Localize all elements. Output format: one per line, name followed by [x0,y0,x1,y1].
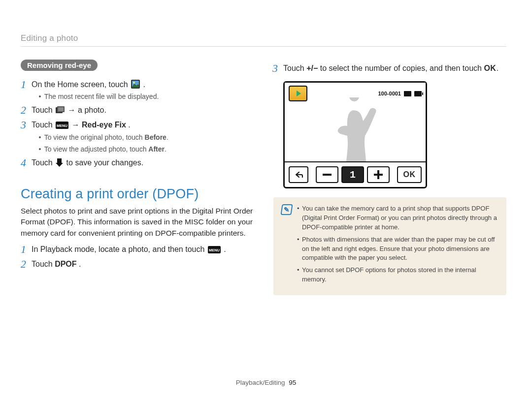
camera-preview: 100-0001 [285,83,426,161]
step-number: 1 [21,79,32,91]
step-1: 1 On the Home screen, touch . [21,79,255,91]
note-list: You can take the memory card to a print … [297,204,499,287]
plus-minus-icon: +/− [306,64,318,72]
plus-icon [374,170,383,179]
step-text: Touch MENU → Red-eye Fix . [32,119,255,130]
svg-rect-5 [58,107,64,111]
right-column: 3 Touch +/− to select the number of copi… [272,60,506,295]
page-header: Editing a photo [21,33,506,47]
step-text: Touch to save your changes. [32,157,255,168]
camera-screenshot: 100-0001 [283,81,506,188]
minus-icon [323,174,332,176]
step-text: On the Home screen, touch . [32,79,255,90]
step-number: 1 [21,244,32,255]
count-display: 1 [341,166,364,183]
svg-text:MENU: MENU [57,123,67,128]
save-icon [56,158,63,167]
step-number: 2 [21,258,32,270]
step-text: Touch +/− to select the number of copies… [283,62,506,74]
step-4: 4 Touch to save your changes. [21,157,255,169]
plus-button[interactable] [367,166,390,183]
menu-icon: MENU [56,122,68,129]
file-number: 100-0001 [378,91,401,96]
gallery-icon [56,106,65,114]
info-note: ✎ You can take the memory card to a prin… [273,197,506,295]
photo-editor-icon [131,80,140,89]
footer-section: Playback/Editing [236,379,285,386]
step-2: 2 Touch → a photo. [21,104,255,116]
section-intro: Select photos to print and save print op… [21,206,255,239]
note-item: Photos with dimensions that are wider th… [297,235,499,263]
dpof-step-2: 2 Touch DPOF . [21,258,255,270]
step-text: In Playback mode, locate a photo, and th… [32,244,255,255]
minus-button[interactable] [316,166,338,183]
page-number: 95 [289,379,296,386]
note-item: You can take the memory card to a print … [297,204,499,232]
step-text: Touch DPOF . [32,258,255,270]
dpof-step-3: 3 Touch +/− to select the number of copi… [272,62,506,74]
note-icon: ✎ [280,204,293,215]
step-1-sub: • The most recent file will be displayed… [37,93,255,100]
svg-point-2 [133,82,135,84]
svg-text:MENU: MENU [209,248,220,252]
ok-button[interactable]: OK [397,166,422,183]
step-3-sub-1: • To view the original photo, touch Befo… [37,133,255,141]
subsection-pill: Removing red-eye [21,60,98,71]
menu-icon: MENU [208,246,221,253]
note-item: You cannot set DPOF options for photos s… [297,266,499,284]
content-columns: Removing red-eye 1 On the Home screen, t… [21,60,506,295]
step-number: 3 [21,119,32,131]
camera-status: 100-0001 [378,91,422,96]
camera-controls: 1 OK [285,161,426,187]
page-footer: Playback/Editing 95 [0,379,532,386]
dpof-step-1: 1 In Playback mode, locate a photo, and … [21,244,255,255]
playback-thumb-icon [289,86,307,101]
step-text: Touch → a photo. [32,104,255,116]
ok-inline-icon: OK [484,64,496,72]
battery-icon [414,91,422,96]
step-3: 3 Touch MENU → Red-eye Fix . [21,119,255,131]
back-arrow-icon [294,171,303,178]
photo-silhouette-icon [331,97,380,161]
step-number: 3 [272,62,283,74]
left-column: Removing red-eye 1 On the Home screen, t… [21,60,255,295]
camera-frame: 100-0001 [283,81,427,188]
back-button[interactable] [289,166,308,183]
memory-card-icon [404,91,411,96]
step-3-sub-2: • To view the adjusted photo, touch Afte… [37,145,255,153]
svg-rect-10 [323,174,332,176]
manual-page: Editing a photo Removing red-eye 1 On th… [0,0,532,401]
step-number: 4 [21,157,32,169]
step-number: 2 [21,104,32,116]
section-heading: Creating a print order (DPOF) [21,186,255,202]
svg-rect-12 [374,174,383,176]
